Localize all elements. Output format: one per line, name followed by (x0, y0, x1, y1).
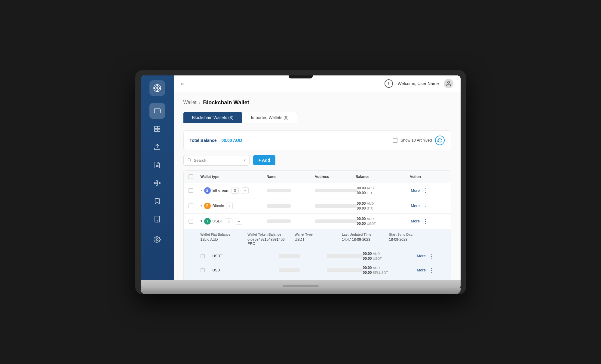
detail-token-col: Wallet Token Balance 0.07584921548931456… (247, 233, 292, 246)
sub1-checkbox[interactable] (201, 254, 205, 258)
eth-expand-arrow[interactable]: ▾ (201, 188, 202, 192)
select-all-checkbox[interactable] (189, 174, 193, 179)
btc-expand-arrow[interactable]: ▾ (201, 204, 202, 208)
svg-point-3 (154, 87, 155, 89)
usdt-wallet-type-cell: ▾ T USDT 3 · + (201, 218, 267, 225)
refresh-button[interactable] (435, 136, 445, 145)
svg-point-21 (159, 182, 160, 184)
sidebar-item-grid[interactable] (149, 121, 165, 137)
sub2-checkbox[interactable] (201, 268, 205, 272)
total-balance-value: 00.00 AUD (222, 138, 242, 143)
sub2-address-bar (327, 268, 363, 272)
welcome-text: Welcome, User Name (398, 81, 439, 86)
eth-menu-button[interactable]: ⋮ (422, 187, 429, 194)
breadcrumb: Wallet › Blockchain Wallet (183, 99, 451, 106)
svg-point-29 (156, 239, 158, 240)
th-balance: Balance (356, 175, 410, 179)
sub2-more-button[interactable]: More (417, 268, 426, 272)
svg-point-20 (154, 182, 155, 184)
btc-balance-cell: 00.00 AUD 00.00 BTC (357, 201, 411, 210)
btc-menu-button[interactable]: ⋮ (422, 202, 429, 210)
usdt-expand-arrow[interactable]: ▾ (201, 219, 202, 223)
btc-coin-name: Bitcoin (213, 203, 224, 208)
expand-sidebar-button[interactable]: » (181, 81, 184, 87)
tab-imported-wallets[interactable]: Imported Wallets (8) (242, 112, 297, 123)
sidebar-item-settings[interactable] (149, 232, 165, 247)
sub1-more-button[interactable]: More (417, 254, 426, 258)
tab-blockchain-wallets[interactable]: Blockchain Wallets (8) (183, 112, 242, 123)
sidebar-navigation (141, 103, 174, 247)
btc-address-col (315, 204, 357, 208)
sub1-bal-crypto: 00.00 USDT (363, 256, 417, 261)
eth-name-col (267, 189, 315, 192)
svg-line-32 (190, 161, 191, 161)
usdt-counter-sep: · (234, 219, 235, 223)
detail-fiat-col: Wallet Fiat Balance 125.6 AUD (201, 233, 245, 246)
show-archived-checkbox[interactable] (393, 138, 397, 143)
svg-rect-13 (158, 129, 160, 132)
sub1-bal-fiat: 00.00 AUD (363, 252, 417, 256)
main-content: » ! Welcome, User Name (174, 75, 461, 280)
svg-rect-12 (155, 129, 157, 132)
add-button[interactable]: + Add (253, 155, 276, 165)
sub2-address-col (327, 268, 363, 272)
th-wallet-type: Wallet type (201, 175, 267, 179)
app-logo[interactable] (149, 80, 165, 96)
sub1-balance-cell: 00.00 AUD 00.00 USDT (363, 252, 417, 261)
eth-counter-value: 3 (231, 188, 239, 194)
usdt-add-btn[interactable]: + (236, 218, 242, 225)
balance-right-controls: Show 10 Archived (393, 136, 444, 145)
svg-point-2 (156, 90, 158, 91)
row-usdt-checkbox-col (189, 219, 201, 224)
sidebar-item-wallet[interactable] (149, 103, 165, 119)
sub2-menu-button[interactable]: ⋮ (428, 267, 435, 274)
usdt-coin-icon: T (204, 218, 211, 225)
usdt-row-checkbox[interactable] (189, 219, 193, 224)
sidebar-item-upload[interactable] (149, 139, 165, 155)
detail-sync-col: Start Sync Day: 18-09-2023 (389, 233, 434, 246)
row-btc-checkbox-col (189, 203, 201, 208)
eth-more-button[interactable]: More (411, 188, 420, 193)
sub1-action-cell: More ⋮ (417, 252, 451, 260)
usdt-balance-cell: 00.00 AUD 00.00 USDT (357, 217, 411, 226)
show-archived-label[interactable]: Show 10 Archived (400, 138, 432, 142)
sidebar-item-network[interactable] (149, 175, 165, 191)
btc-coin-icon: ₿ (204, 203, 211, 209)
sub2-name-bar (279, 268, 300, 272)
usdt-more-button[interactable]: More (411, 219, 420, 223)
eth-balance-cell: 00.00 AUD 00.00 ETH (357, 186, 411, 195)
detail-updated-label: Last Updated Time (342, 233, 387, 236)
sub2-type-cell: USDT (213, 268, 279, 272)
usdt-menu-button[interactable]: ⋮ (422, 218, 429, 225)
detail-type-value: USDT (295, 237, 339, 242)
sub1-menu-button[interactable]: ⋮ (428, 252, 435, 260)
sub2-name-col (279, 268, 327, 272)
laptop-base (141, 288, 461, 294)
breadcrumb-wallet-link[interactable]: Wallet (183, 100, 197, 105)
tabs-container: Blockchain Wallets (8) Imported Wallets … (183, 112, 451, 123)
user-avatar[interactable] (444, 79, 453, 88)
sidebar-item-bookmark[interactable] (149, 193, 165, 209)
sub2-checkbox-col (201, 268, 213, 272)
search-box: ▾ (183, 155, 250, 166)
search-dropdown-icon[interactable]: ▾ (244, 158, 246, 162)
usdt-bal-crypto: 00.00 USDT (357, 222, 411, 226)
btc-add-btn[interactable]: + (226, 203, 233, 209)
th-action: Action (410, 175, 446, 179)
sidebar-item-document[interactable] (149, 157, 165, 173)
sub2-coin-name: USDT (213, 268, 222, 272)
btc-more-button[interactable]: More (411, 203, 420, 208)
sidebar (141, 75, 174, 280)
th-address: Address (315, 175, 356, 179)
sub2-bal-crypto: 00.00 SPLUSDT (363, 271, 417, 275)
eth-add-btn[interactable]: + (242, 187, 249, 194)
btc-row-checkbox[interactable] (189, 203, 193, 208)
detail-updated-value: 14:47 18-09-2023 (342, 237, 387, 242)
sidebar-item-tablet[interactable] (149, 211, 165, 227)
eth-row-checkbox[interactable] (189, 188, 193, 193)
balance-row: Total Balance 00.00 AUD Show 10 Archived (183, 130, 451, 150)
search-input[interactable] (194, 158, 241, 163)
sub1-address-bar (327, 254, 363, 258)
alert-icon[interactable]: ! (385, 79, 393, 88)
usdt-action-cell: More ⋮ (411, 218, 447, 225)
